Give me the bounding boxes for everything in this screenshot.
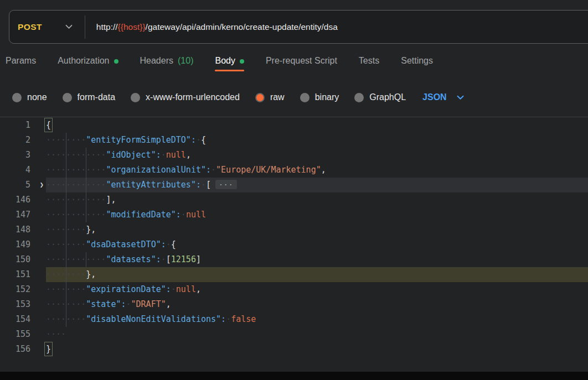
body-type-raw[interactable]: raw — [255, 92, 285, 102]
code-row: 148········}, — [0, 222, 588, 237]
code-line[interactable]: ············], — [46, 192, 588, 207]
line-number: 153 — [16, 297, 30, 312]
body-type-binary[interactable]: binary — [300, 92, 339, 102]
tab-settings[interactable]: Settings — [401, 44, 433, 78]
whitespace-dots: ········ — [46, 269, 86, 279]
url-prefix: http:// — [96, 22, 118, 32]
line-number: 3 — [25, 148, 30, 163]
gutter: 153 — [0, 297, 46, 312]
json-punctuation: , — [166, 299, 171, 309]
code-line[interactable]: ············"organizationalUnit":·"Europ… — [46, 163, 588, 178]
gutter: 4 — [0, 163, 46, 178]
code-line[interactable]: ········}, — [46, 222, 588, 237]
whitespace-dots: ········ — [46, 240, 86, 249]
json-keyword: null — [166, 150, 186, 160]
green-dot-icon — [114, 59, 118, 64]
chevron-down-icon — [457, 95, 464, 100]
whitespace-dots: · — [126, 299, 131, 309]
json-key: "disableNonEditValidations": — [86, 314, 226, 324]
gutter: 150 — [0, 252, 46, 267]
tab-count: (10) — [178, 56, 193, 66]
line-number: 146 — [16, 192, 30, 207]
body-editor[interactable]: 1{2········"entityFormSimpleDTO":·{3····… — [0, 117, 588, 372]
radio-icon — [354, 93, 364, 102]
body-type-graphql[interactable]: GraphQL — [354, 92, 406, 102]
line-number: 155 — [16, 327, 30, 342]
code-row: 146············], — [0, 192, 588, 207]
code-line[interactable]: ········"expirationDate":·null, — [46, 282, 588, 297]
code-line[interactable]: ···· — [46, 327, 588, 342]
body-type-x-www-form-urlencoded[interactable]: x-www-form-urlencoded — [131, 92, 240, 102]
whitespace-dots: · — [211, 165, 216, 175]
radio-icon — [63, 93, 72, 102]
code-line[interactable]: ········"entityFormSimpleDTO":·{ — [46, 133, 588, 148]
code-line[interactable]: ············"idObject":·null, — [46, 148, 588, 163]
tab-label: Settings — [401, 56, 433, 66]
tab-params[interactable]: Params — [6, 44, 36, 78]
url-variable: {{host}} — [118, 22, 146, 32]
code-row: 1{ — [0, 118, 588, 133]
json-key: "expirationDate": — [86, 284, 171, 294]
json-string: "Europe/UK/Marketing" — [216, 165, 321, 175]
code-row: 155···· — [0, 327, 588, 342]
code-row: 149········"dsaDatasetDTO":·{ — [0, 237, 588, 252]
request-builder: POST http://{{host}}/gateway/api/admin/k… — [0, 0, 588, 380]
whitespace-dots: ············ — [46, 210, 106, 220]
code-line[interactable]: ············"datasets":·[12156] — [46, 252, 588, 267]
json-punctuation: { — [171, 240, 176, 249]
request-tabs: ParamsAuthorizationHeaders(10)BodyPre-re… — [0, 44, 588, 78]
url-bar: POST http://{{host}}/gateway/api/admin/k… — [9, 10, 588, 44]
json-key: "modifiedDate": — [106, 210, 180, 220]
radio-label: none — [27, 92, 47, 102]
body-type-row: noneform-datax-www-form-urlencodedrawbin… — [0, 78, 588, 117]
radio-label: form-data — [78, 92, 115, 102]
line-number: 156 — [16, 342, 30, 357]
json-key: "entityAttributes": — [106, 180, 201, 190]
green-dot-icon — [240, 59, 244, 64]
tab-body[interactable]: Body — [215, 44, 244, 78]
code-row: 156} — [0, 342, 588, 357]
tab-pre-request-script[interactable]: Pre-request Script — [266, 44, 337, 78]
tab-authorization[interactable]: Authorization — [58, 44, 118, 78]
code-line[interactable]: ········}, — [46, 267, 588, 282]
code-line[interactable]: } — [46, 342, 588, 357]
json-punctuation: ], — [106, 195, 116, 205]
code-line[interactable]: ········"dsaDatasetDTO":·{ — [46, 237, 588, 252]
tab-tests[interactable]: Tests — [359, 44, 379, 78]
code-line[interactable]: ············"entityAttributes":·[··· — [46, 178, 588, 192]
code-row: 151········}, — [0, 267, 588, 282]
code-row: 3············"idObject":·null, — [0, 148, 588, 163]
json-punctuation: }, — [86, 269, 96, 279]
whitespace-dots: ············ — [46, 195, 106, 205]
code-row: 5❯············"entityAttributes":·[··· — [0, 178, 588, 192]
url-input[interactable]: http://{{host}}/gateway/api/admin/kerno/… — [85, 22, 588, 32]
json-punctuation: ] — [196, 254, 201, 264]
json-punctuation: }, — [86, 225, 96, 235]
code-line[interactable]: { — [46, 118, 588, 133]
code-line[interactable]: ········"state":·"DRAFT", — [46, 297, 588, 312]
language-select[interactable]: JSON — [422, 92, 464, 102]
line-number: 2 — [25, 133, 30, 148]
tab-label: Authorization — [58, 56, 109, 66]
code-line[interactable]: ············"modifiedDate":·null — [46, 207, 588, 222]
language-select-value: JSON — [422, 92, 447, 102]
whitespace-dots: · — [161, 254, 166, 264]
json-punctuation: [ — [166, 254, 171, 264]
gutter: 151 — [0, 267, 46, 282]
body-type-none[interactable]: none — [12, 92, 47, 102]
whitespace-dots: ········ — [46, 135, 86, 145]
radio-icon — [300, 93, 310, 102]
gutter: 1 — [0, 118, 46, 133]
line-number: 4 — [25, 163, 30, 178]
whitespace-dots: ········ — [46, 284, 86, 294]
collapsed-code-icon[interactable]: ··· — [215, 180, 236, 189]
fold-arrow-icon[interactable]: ❯ — [40, 178, 44, 192]
json-punctuation: [ — [206, 180, 211, 190]
tab-headers[interactable]: Headers(10) — [140, 44, 194, 78]
body-type-form-data[interactable]: form-data — [63, 92, 115, 102]
json-key: "state": — [86, 299, 126, 309]
code-line[interactable]: ········"disableNonEditValidations":·fal… — [46, 312, 588, 327]
method-selector[interactable]: POST — [9, 11, 85, 43]
json-key: "idObject": — [106, 150, 161, 160]
radio-icon — [12, 93, 22, 102]
